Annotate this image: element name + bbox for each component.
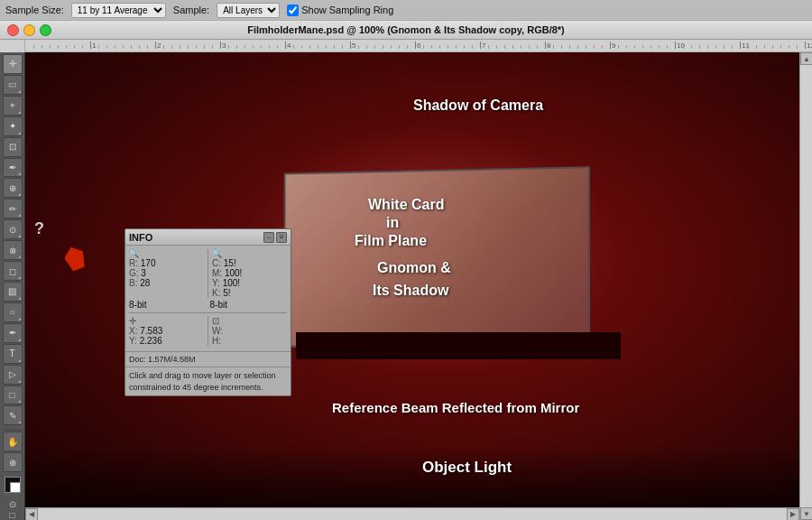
scroll-up-arrow[interactable]: ▲ xyxy=(800,52,812,65)
its-shadow-label: Its Shadow xyxy=(373,283,448,299)
tool-shape[interactable]: □ xyxy=(3,385,23,405)
left-toolbar: ✛ ▭ ⌖ ✦ ⊡ ✒ ⊕ ✏ ⊙ ⊗ ◻ ▨ ○ ✒ T ▷ □ ✎ ✋ ⊕ … xyxy=(0,52,25,520)
scroll-left-arrow[interactable]: ◀ xyxy=(25,508,38,521)
info-panel-tip: Click and drag to move layer or selectio… xyxy=(125,367,291,395)
bottom-scrollbar[interactable]: ◀ ▶ xyxy=(25,507,799,520)
tool-brush[interactable]: ✏ xyxy=(3,199,23,218)
show-sampling-ring-wrap[interactable]: Show Sampling Ring xyxy=(287,5,393,16)
close-button[interactable] xyxy=(7,24,19,36)
info-panel-body: 🔍 R: 170 G: 3 B: 28 🔍 C: 15! M: 100! Y: … xyxy=(125,246,291,351)
tool-magic-wand[interactable]: ✦ xyxy=(3,116,23,136)
question-mark: ? xyxy=(34,219,44,238)
title-bar: FilmholderMane.psd @ 100% (Gnomon & Its … xyxy=(0,20,812,40)
object-light-label: Object Light xyxy=(422,459,512,477)
tool-history[interactable]: ⊗ xyxy=(3,240,23,260)
shadow-of-camera-label: Shadow of Camera xyxy=(413,98,543,114)
tool-path-select[interactable]: ▷ xyxy=(3,365,23,385)
dark-strip xyxy=(296,332,621,359)
maximize-button[interactable] xyxy=(40,24,51,36)
tool-eraser[interactable]: ◻ xyxy=(3,261,23,281)
tool-move[interactable]: ✛ xyxy=(3,54,23,74)
quick-mask-icon[interactable]: ⊙ xyxy=(9,499,16,509)
show-sampling-ring-label: Show Sampling Ring xyxy=(301,5,393,15)
screen-mode-icon[interactable]: □ xyxy=(9,510,14,520)
tool-marquee[interactable]: ▭ xyxy=(3,75,23,95)
right-scrollbar[interactable]: ▲ ▼ xyxy=(799,52,812,520)
info-panel-titlebar[interactable]: INFO – ≡ xyxy=(125,229,291,246)
tool-type[interactable]: T xyxy=(3,344,23,364)
sample-size-label: Sample Size: xyxy=(5,5,64,15)
sample-select[interactable]: All Layers xyxy=(217,3,280,18)
window-buttons xyxy=(7,24,51,36)
bit-depth-left: 8-bit xyxy=(129,300,207,310)
sample-label: Sample: xyxy=(173,5,209,15)
tool-crop[interactable]: ⊡ xyxy=(3,137,23,157)
tool-hand[interactable]: ✋ xyxy=(3,432,23,451)
scroll-right-arrow[interactable]: ▶ xyxy=(787,508,799,521)
ruler-horizontal: 123456789101112 xyxy=(25,40,812,52)
tool-notes[interactable]: ✎ xyxy=(3,405,23,425)
minimize-button[interactable] xyxy=(23,24,35,36)
white-card-label: White Card xyxy=(368,197,444,213)
reference-beam-label: Reference Beam Reflected from Mirror xyxy=(332,400,579,415)
tool-zoom[interactable]: ⊕ xyxy=(3,452,23,472)
film-plane-label: Film Plane xyxy=(355,233,427,249)
info-panel-doc: Doc: 1.57M/4.58M xyxy=(125,351,291,367)
tool-lasso[interactable]: ⌖ xyxy=(3,96,23,116)
show-sampling-ring-checkbox[interactable] xyxy=(287,5,299,16)
canvas-area[interactable]: ? Shadow of Camera White Card in Film Pl… xyxy=(25,52,812,520)
scroll-track-bottom[interactable] xyxy=(38,508,787,520)
foreground-color[interactable] xyxy=(5,477,21,493)
sample-size-select[interactable]: 11 by 11 Average xyxy=(71,3,166,18)
info-panel-menu-btn[interactable]: ≡ xyxy=(276,232,287,243)
info-panel-collapse-btn[interactable]: – xyxy=(263,232,274,243)
info-panel: INFO – ≡ 🔍 R: 170 G: 3 B: 28 🔍 C: 15! M:… xyxy=(125,228,291,396)
top-toolbar: Sample Size: 11 by 11 Average Sample: Al… xyxy=(0,0,812,20)
tool-eyedropper[interactable]: ✒ xyxy=(3,158,23,178)
scroll-track-right[interactable] xyxy=(800,65,812,507)
tool-dodge[interactable]: ○ xyxy=(3,302,23,322)
window-title: FilmholderMane.psd @ 100% (Gnomon & Its … xyxy=(247,24,565,35)
tool-healing[interactable]: ⊕ xyxy=(3,178,23,198)
info-panel-title: INFO xyxy=(129,232,152,243)
in-label: in xyxy=(386,215,399,231)
tool-gradient[interactable]: ▨ xyxy=(3,282,23,302)
gnomon-label: Gnomon & xyxy=(377,260,451,276)
scroll-down-arrow[interactable]: ▼ xyxy=(800,507,812,520)
tool-pen[interactable]: ✒ xyxy=(3,323,23,343)
bit-depth-right: 8-bit xyxy=(210,300,288,310)
tool-clone[interactable]: ⊙ xyxy=(3,219,23,239)
